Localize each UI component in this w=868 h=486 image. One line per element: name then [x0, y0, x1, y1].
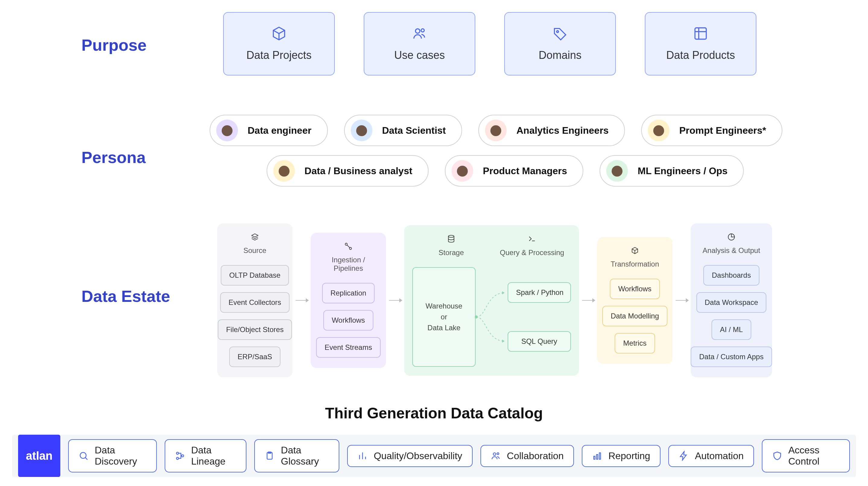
terminal-icon — [528, 234, 536, 244]
purpose-card-domains: Domains — [504, 12, 616, 76]
avatar-icon — [606, 160, 628, 182]
cube-icon — [272, 26, 286, 41]
persona-business-analyst: Data / Business analyst — [267, 155, 429, 187]
layers-icon — [251, 232, 259, 242]
svg-point-14 — [493, 453, 496, 456]
clipboard-icon — [265, 451, 275, 461]
persona-rows: Data engineer Data Scientist Analytics E… — [210, 115, 801, 187]
feature-label: Reporting — [608, 450, 650, 462]
svg-point-1 — [421, 29, 424, 32]
purpose-card-data-projects: Data Projects — [223, 12, 335, 76]
purpose-row: Data Projects Use cases Domains Data Pro… — [223, 12, 756, 76]
section-label-estate: Data Estate — [82, 287, 170, 306]
svg-point-9 — [80, 453, 86, 459]
section-label-purpose: Purpose — [82, 36, 147, 54]
estate-item: Workflows — [610, 279, 660, 299]
database-icon — [447, 234, 456, 244]
dashed-branch-icon — [474, 278, 507, 356]
estate-item: Spark / Python — [507, 282, 571, 303]
purpose-label: Use cases — [394, 49, 445, 62]
feature-label: Automation — [695, 450, 744, 462]
persona-label: Data engineer — [248, 125, 312, 136]
svg-point-7 — [475, 315, 478, 318]
estate-item: Metrics — [615, 333, 655, 353]
estate-item: Replication — [322, 283, 375, 304]
estate-col-ingest: Ingestion / Pipelines Replication Workfl… — [311, 233, 386, 368]
feature-label: Quality/Observability — [374, 450, 462, 462]
persona-label: Product Managers — [483, 165, 567, 177]
catalog-title: Third Generation Data Catalog — [0, 404, 868, 422]
persona-label: Prompt Engineers* — [679, 125, 766, 136]
feature-automation: Automation — [668, 445, 754, 467]
svg-point-15 — [497, 453, 499, 455]
estate-item: SQL Query — [507, 331, 571, 352]
bars-icon — [358, 451, 368, 461]
persona-analytics-engineers: Analytics Engineers — [478, 115, 625, 146]
purpose-label: Data Products — [666, 49, 735, 62]
persona-label: Data / Business analyst — [305, 165, 412, 177]
persona-product-managers: Product Managers — [445, 155, 583, 187]
svg-point-0 — [415, 29, 420, 33]
persona-ml-engineers: ML Engineers / Ops — [599, 155, 744, 187]
feature-quality: Quality/Observability — [347, 445, 472, 467]
svg-point-12 — [182, 455, 184, 457]
svg-rect-16 — [594, 456, 595, 459]
avatar-icon — [273, 160, 295, 182]
svg-rect-3 — [695, 28, 706, 39]
avatar-icon — [452, 160, 473, 182]
feature-data-discovery: Data Discovery — [68, 439, 157, 473]
estate-col-title: Storage — [411, 249, 492, 257]
svg-rect-18 — [599, 453, 600, 459]
estate-item-warehouse: Warehouse or Data Lake — [412, 267, 476, 367]
people-icon — [491, 451, 501, 461]
estate-col-title: Source — [243, 246, 266, 255]
feature-reporting: Reporting — [582, 445, 660, 467]
estate-col-storage: Storage Query & Processing Warehouse or … — [404, 225, 579, 376]
estate-col-title: Transformation — [611, 260, 659, 268]
shield-icon — [772, 451, 782, 461]
users-icon — [412, 26, 427, 41]
catalog-feature-bar: atlan Data Discovery Data Lineage Data G… — [12, 435, 856, 477]
feature-access-control: Access Control — [762, 439, 850, 473]
pipeline-icon — [344, 241, 352, 252]
svg-rect-17 — [596, 455, 598, 459]
data-estate-row: Source OLTP Database Event Collectors Fi… — [217, 223, 772, 377]
persona-prompt-engineers: Prompt Engineers* — [641, 115, 782, 146]
branch-icon — [175, 451, 185, 461]
cube-small-icon — [631, 246, 639, 256]
estate-col-transform: Transformation Workflows Data Modelling … — [597, 237, 673, 364]
estate-item: AI / ML — [711, 319, 751, 340]
tag-icon — [553, 26, 568, 41]
persona-label: Analytics Engineers — [516, 125, 609, 136]
feature-data-glossary: Data Glossary — [254, 439, 339, 473]
estate-item: Data / Custom Apps — [691, 346, 772, 367]
avatar-icon — [216, 119, 238, 141]
svg-point-10 — [177, 452, 179, 454]
purpose-card-data-products: Data Products — [645, 12, 756, 76]
estate-item: Event Collectors — [220, 292, 290, 313]
purpose-label: Data Projects — [246, 49, 312, 62]
estate-item: File/Object Stores — [218, 319, 292, 340]
estate-item: ERP/SaaS — [229, 346, 281, 367]
purpose-card-use-cases: Use cases — [364, 12, 475, 76]
feature-label: Data Lineage — [191, 445, 237, 467]
estate-col-output: Analysis & Output Dashboards Data Worksp… — [691, 223, 772, 377]
persona-label: ML Engineers / Ops — [638, 165, 727, 177]
pie-icon — [727, 232, 736, 242]
estate-col-title: Query & Processing — [492, 249, 572, 257]
estate-item: Workflows — [323, 310, 373, 331]
estate-item: Event Streams — [316, 337, 380, 358]
grid-icon — [693, 26, 708, 41]
avatar-icon — [648, 119, 670, 141]
purpose-label: Domains — [539, 49, 582, 62]
feature-collaboration: Collaboration — [480, 445, 574, 467]
feature-label: Data Discovery — [95, 445, 147, 467]
persona-data-scientist: Data Scientist — [344, 115, 462, 146]
estate-col-source: Source OLTP Database Event Collectors Fi… — [217, 223, 292, 377]
svg-point-11 — [177, 457, 179, 459]
estate-col-title: Ingestion / Pipelines — [317, 256, 379, 273]
svg-point-6 — [448, 235, 454, 237]
feature-label: Access Control — [788, 445, 840, 467]
bolt-icon — [679, 451, 689, 461]
estate-item: Data Modelling — [602, 306, 668, 326]
